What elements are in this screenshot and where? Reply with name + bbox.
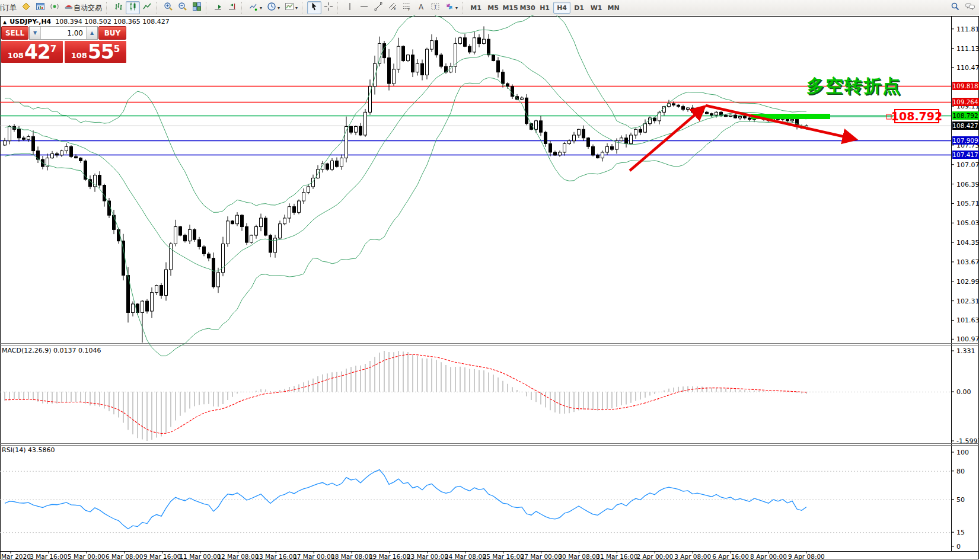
zoom-in-button[interactable] [161,1,176,14]
chevron-down-icon: ▾ [295,5,298,11]
svg-text:27 Mar 00:00: 27 Mar 00:00 [521,553,562,560]
time-axis[interactable]: Mar 20203 Mar 16:005 Mar 00:006 Mar 08:0… [1,551,825,560]
svg-text:105.710: 105.710 [956,200,979,207]
price-line-label: 107.909 [952,136,979,145]
svg-text:15: 15 [956,529,965,536]
volume-decrease-button[interactable]: ▼ [30,27,41,39]
svg-text:100: 100 [956,449,969,456]
turning-point-annotation[interactable]: 多空转折点 [806,74,901,98]
svg-text:A: A [419,3,424,11]
trendline-icon [374,2,383,14]
svg-text:102.310: 102.310 [956,297,979,305]
cursor-tool-button[interactable] [307,1,321,14]
svg-text:108.792: 108.792 [952,112,978,119]
svg-text:50: 50 [956,496,965,504]
sell-price-display[interactable]: 108427 [1,41,63,63]
timeframe-M5-button[interactable]: M5 [484,2,502,14]
svg-text:9 Apr 08:00: 9 Apr 08:00 [788,553,825,560]
charts-profile-button[interactable] [19,1,33,14]
trendline-tool-button[interactable] [371,1,385,14]
fibonacci-icon: F [402,2,412,14]
svg-text:-1.5997: -1.5997 [956,437,979,445]
svg-text:30 Mar 08:00: 30 Mar 08:00 [558,553,599,560]
vertical-line-tool-button[interactable] [343,1,357,14]
text-tool-button[interactable]: A [414,1,428,14]
auto-trading-label: 自动交易 [74,3,102,13]
svg-text:102.990: 102.990 [956,278,979,286]
svg-text:23 Mar 00:00: 23 Mar 00:00 [407,553,448,560]
vertical-line-icon [345,2,355,14]
timeframe-D1-button[interactable]: D1 [570,2,588,14]
timeframe-W1-button[interactable]: W1 [588,2,605,14]
sell-button[interactable]: SELL [1,26,28,40]
new-order-label: 新订单 [0,3,17,13]
line-chart-button[interactable] [140,1,154,14]
horizontal-line-tool-button[interactable] [357,1,371,14]
svg-text:103.670: 103.670 [956,258,979,266]
templates-button[interactable]: ▾ [282,1,300,14]
svg-text:E: E [394,7,396,11]
clock-icon [267,2,276,14]
candlestick-chart-button[interactable] [126,1,140,14]
yellow-diamond-icon [21,2,31,14]
separator [206,2,209,14]
market-watch-button[interactable] [33,1,47,14]
svg-text:100.970: 100.970 [956,335,979,343]
timeframe-group: M1M5M15M30H1H4D1W1MN [467,2,622,14]
collapse-one-click-icon[interactable]: ▲ [3,20,7,25]
template-chart-icon [285,2,294,14]
buy-price-big: 55 [88,42,114,62]
volume-increase-button[interactable]: ▲ [86,27,97,39]
crosshair-tool-button[interactable] [321,1,336,14]
separator [337,2,341,14]
timeframe-M30-button[interactable]: M30 [519,2,536,14]
timeframe-MN-button[interactable]: MN [605,2,622,14]
separator [462,2,465,14]
one-click-trading-panel: SELL ▼ 1.00 ▲ BUY 108427 108555 [1,26,126,63]
text-label-tool-button[interactable]: T [428,1,442,14]
timeframe-M1-button[interactable]: M1 [467,2,484,14]
svg-text:19 Mar 16:00: 19 Mar 16:00 [369,553,410,560]
chart-symbol: USDJPY-,H4 [9,18,51,25]
timeframe-M15-button[interactable]: M15 [502,2,519,14]
auto-scroll-button[interactable] [211,1,225,14]
buy-price-display[interactable]: 108555 [65,41,126,63]
chart-shift-button[interactable] [225,1,240,14]
chat-button[interactable] [962,1,978,14]
data-signal-button[interactable] [47,1,62,14]
bar-chart-icon [114,2,123,14]
tile-windows-button[interactable] [190,1,204,14]
buy-price-base: 108 [71,50,87,62]
periods-button[interactable]: ▾ [264,1,282,14]
svg-text:31 Mar 16:00: 31 Mar 16:00 [596,553,637,560]
new-order-button[interactable]: 新订单 [0,1,19,14]
arrows-tool-button[interactable]: ▾ [442,1,460,14]
signal-icon [50,2,59,14]
bar-chart-button[interactable] [111,1,126,14]
svg-text:3 Mar 16:00: 3 Mar 16:00 [30,553,67,560]
chevron-down-icon: ▾ [455,5,458,11]
zoom-out-icon [178,2,187,14]
svg-text:1.331: 1.331 [956,347,975,355]
price-line-label: 108.427 [952,121,979,130]
timeframe-H4-button[interactable]: H4 [553,2,570,14]
separator [241,2,245,14]
price-callout-box[interactable]: 108.792 [894,109,939,123]
fibonacci-tool-button[interactable]: F [400,1,414,14]
svg-text:111.130: 111.130 [956,45,979,53]
svg-text:3 Apr 08:00: 3 Apr 08:00 [674,553,711,560]
timeframe-H1-button[interactable]: H1 [536,2,553,14]
auto-trading-button[interactable]: 自动交易 [62,1,104,14]
arrows-icon [445,2,454,14]
price-line-label: 109.818 [952,82,979,90]
sell-price-pip: 7 [50,45,56,54]
search-button[interactable] [948,1,962,14]
volume-input[interactable]: 1.00 [41,27,86,39]
buy-button[interactable]: BUY [98,26,126,40]
indicators-button[interactable]: ▾ [247,1,264,14]
zoom-in-icon [164,2,173,14]
svg-text:110.470: 110.470 [956,64,979,72]
svg-text:25 Mar 16:00: 25 Mar 16:00 [483,553,524,560]
channel-tool-button[interactable]: E [385,1,400,14]
zoom-out-button[interactable] [176,1,190,14]
